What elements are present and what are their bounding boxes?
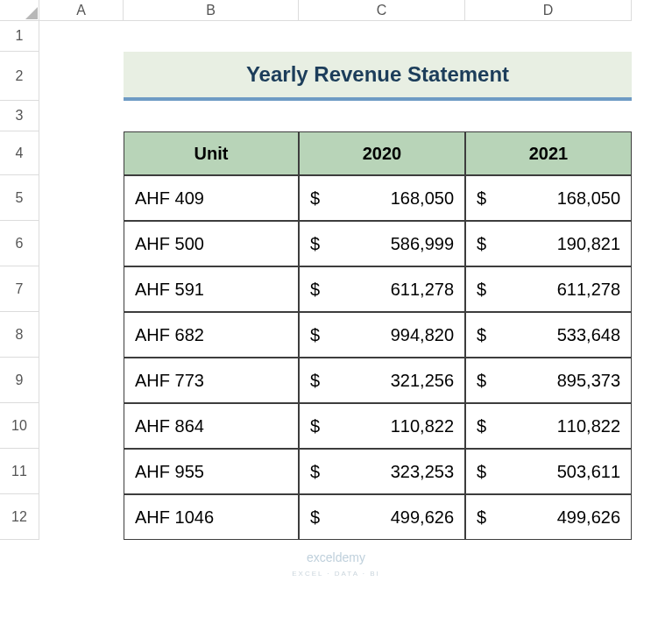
- currency-symbol: $: [310, 234, 320, 254]
- row-header-7[interactable]: 7: [0, 266, 39, 312]
- select-all-corner[interactable]: [0, 0, 39, 21]
- row-header-6[interactable]: 6: [0, 221, 39, 266]
- table-header-unit[interactable]: Unit: [124, 131, 299, 175]
- row-header-3[interactable]: 3: [0, 101, 39, 131]
- cell-2020[interactable]: $611,278: [299, 266, 465, 312]
- col-header-d[interactable]: D: [465, 0, 632, 21]
- watermark-tagline: EXCEL · DATA · BI: [292, 570, 380, 578]
- cell-value: 503,611: [557, 462, 620, 482]
- cell-unit[interactable]: AHF 955: [124, 449, 299, 494]
- cell-value: 533,648: [557, 325, 620, 345]
- cell-value: 895,373: [557, 371, 620, 391]
- cell-value: 323,253: [391, 462, 454, 482]
- col-header-b[interactable]: B: [124, 0, 299, 21]
- cell-2020[interactable]: $168,050: [299, 175, 465, 221]
- watermark: exceldemy EXCEL · DATA · BI: [292, 550, 380, 578]
- cell-unit[interactable]: AHF 409: [124, 175, 299, 221]
- col-header-a[interactable]: A: [39, 0, 124, 21]
- table-header-2020[interactable]: 2020: [299, 131, 465, 175]
- currency-symbol: $: [477, 371, 486, 391]
- cell-value: 499,626: [391, 507, 454, 528]
- currency-symbol: $: [310, 280, 320, 300]
- cell-value: 168,050: [557, 188, 620, 209]
- cell-2021[interactable]: $168,050: [465, 175, 632, 221]
- row-header-5[interactable]: 5: [0, 175, 39, 221]
- table-header-2021[interactable]: 2021: [465, 131, 632, 175]
- cell-unit[interactable]: AHF 682: [124, 312, 299, 358]
- cell-2020[interactable]: $323,253: [299, 449, 465, 494]
- currency-symbol: $: [310, 371, 320, 391]
- currency-symbol: $: [310, 507, 320, 528]
- cell-2021[interactable]: $895,373: [465, 358, 632, 403]
- currency-symbol: $: [477, 188, 486, 209]
- cell-2020[interactable]: $110,822: [299, 403, 465, 449]
- currency-symbol: $: [477, 234, 486, 254]
- cell-2020[interactable]: $499,626: [299, 494, 465, 540]
- cell-value: 994,820: [391, 325, 454, 345]
- row-header-2[interactable]: 2: [0, 52, 39, 101]
- cell-unit[interactable]: AHF 864: [124, 403, 299, 449]
- row-header-1[interactable]: 1: [0, 21, 39, 52]
- select-all-icon: [25, 7, 38, 19]
- currency-symbol: $: [477, 325, 486, 345]
- cell-value: 110,822: [557, 416, 620, 436]
- row-header-12[interactable]: 12: [0, 494, 39, 540]
- cell-unit[interactable]: AHF 773: [124, 358, 299, 403]
- row-header-10[interactable]: 10: [0, 403, 39, 449]
- row-header-11[interactable]: 11: [0, 449, 39, 494]
- row-header-4[interactable]: 4: [0, 131, 39, 175]
- cell-2021[interactable]: $499,626: [465, 494, 632, 540]
- cell-value: 321,256: [391, 371, 454, 391]
- currency-symbol: $: [477, 462, 486, 482]
- cell-value: 110,822: [391, 416, 454, 436]
- cell-value: 611,278: [391, 280, 454, 300]
- cell-2020[interactable]: $321,256: [299, 358, 465, 403]
- currency-symbol: $: [477, 280, 486, 300]
- page-title[interactable]: Yearly Revenue Statement: [124, 52, 632, 101]
- cell-2021[interactable]: $503,611: [465, 449, 632, 494]
- currency-symbol: $: [477, 507, 486, 528]
- currency-symbol: $: [310, 325, 320, 345]
- cell-2021[interactable]: $533,648: [465, 312, 632, 358]
- currency-symbol: $: [310, 462, 320, 482]
- cell-value: 586,999: [391, 234, 454, 254]
- cell-unit[interactable]: AHF 591: [124, 266, 299, 312]
- watermark-brand: exceldemy: [307, 550, 365, 564]
- currency-symbol: $: [310, 188, 320, 209]
- cell-unit[interactable]: AHF 500: [124, 221, 299, 266]
- currency-symbol: $: [477, 416, 486, 436]
- currency-symbol: $: [310, 416, 320, 436]
- cell-2021[interactable]: $190,821: [465, 221, 632, 266]
- spreadsheet-grid[interactable]: A B C D 1 2 3 4 5 6 7 8 9 10 11 12 Yearl…: [0, 0, 672, 540]
- cell-value: 499,626: [557, 507, 620, 528]
- cell-unit[interactable]: AHF 1046: [124, 494, 299, 540]
- cell-2021[interactable]: $110,822: [465, 403, 632, 449]
- cell-2021[interactable]: $611,278: [465, 266, 632, 312]
- cell-2020[interactable]: $586,999: [299, 221, 465, 266]
- col-header-c[interactable]: C: [299, 0, 465, 21]
- cell-2020[interactable]: $994,820: [299, 312, 465, 358]
- cell-value: 611,278: [557, 280, 620, 300]
- cell-value: 168,050: [391, 188, 454, 209]
- row-header-8[interactable]: 8: [0, 312, 39, 358]
- cell-value: 190,821: [557, 234, 620, 254]
- row-header-9[interactable]: 9: [0, 358, 39, 403]
